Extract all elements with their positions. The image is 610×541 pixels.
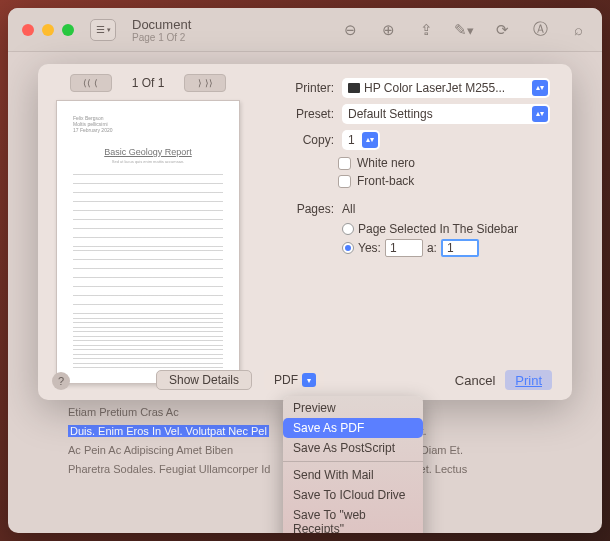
zoom-in-icon[interactable]: ⊕ <box>378 21 398 39</box>
bw-label: White nero <box>357 156 415 170</box>
zoom-out-icon[interactable]: ⊖ <box>340 21 360 39</box>
rotate-icon[interactable]: ⟳ <box>492 21 512 39</box>
menu-icloud[interactable]: Save To ICloud Drive <box>283 485 423 505</box>
highlight-icon[interactable]: ✎▾ <box>454 21 474 39</box>
page-navigator: ⟨⟨ ⟨ 1 Of 1 ⟩ ⟩⟩ <box>46 74 250 92</box>
menu-separator <box>283 461 423 462</box>
titlebar: ☰▾ Document Page 1 Of 2 ⊖ ⊕ ⇪ ✎▾ ⟳ Ⓐ ⌕ <box>8 8 602 52</box>
window-subtitle: Page 1 Of 2 <box>132 32 340 43</box>
printer-icon <box>348 83 360 93</box>
page-to-input[interactable]: 1 <box>441 239 479 257</box>
window-title: Document <box>132 17 340 32</box>
copies-stepper[interactable]: 1▴▾ <box>342 130 380 150</box>
close-icon[interactable] <box>22 24 34 36</box>
chevron-updown-icon: ▴▾ <box>532 80 548 96</box>
pages-range-label: Yes: <box>358 241 381 255</box>
app-window: ☰▾ Document Page 1 Of 2 ⊖ ⊕ ⇪ ✎▾ ⟳ Ⓐ ⌕ E… <box>8 8 602 533</box>
two-sided-label: Front-back <box>357 174 414 188</box>
first-page-button[interactable]: ⟨⟨ ⟨ <box>70 74 112 92</box>
thumb-body <box>73 174 223 369</box>
menu-send-mail[interactable]: Send With Mail <box>283 465 423 485</box>
help-button[interactable]: ? <box>52 372 70 390</box>
preset-select[interactable]: Default Settings▴▾ <box>342 104 550 124</box>
toolbar-icons: ⊖ ⊕ ⇪ ✎▾ ⟳ Ⓐ ⌕ <box>340 20 588 39</box>
share-icon[interactable]: ⇪ <box>416 21 436 39</box>
sidebar-toggle-button[interactable]: ☰▾ <box>90 19 116 41</box>
pdf-menu: Preview Save As PDF Save As PostScript S… <box>283 396 423 533</box>
two-sided-checkbox[interactable] <box>338 175 351 188</box>
bw-checkbox[interactable] <box>338 157 351 170</box>
pages-selected-radio[interactable] <box>342 223 354 235</box>
print-button[interactable]: Print <box>505 370 552 390</box>
thumb-title: Basic Geology Report <box>73 147 223 157</box>
preview-pane: ⟨⟨ ⟨ 1 Of 1 ⟩ ⟩⟩ Felix BergsonMoltis pel… <box>38 64 258 400</box>
search-icon[interactable]: ⌕ <box>568 21 588 38</box>
menu-save-ps[interactable]: Save As PostScript <box>283 438 423 458</box>
settings-pane: Printer: HP Color LaserJet M255...▴▾ Pre… <box>258 64 572 400</box>
printer-label: Printer: <box>264 81 334 95</box>
markup-icon[interactable]: Ⓐ <box>530 20 550 39</box>
cancel-button[interactable]: Cancel <box>445 370 505 390</box>
menu-web-receipts[interactable]: Save To "web Receipts" <box>283 505 423 533</box>
chevron-down-icon: ▾ <box>302 373 316 387</box>
print-dialog: ⟨⟨ ⟨ 1 Of 1 ⟩ ⟩⟩ Felix BergsonMoltis pel… <box>38 64 572 400</box>
thumb-subtitle: Sed ut lacus quis enim mattis accumsan. <box>73 159 223 164</box>
page-to-label: a: <box>427 241 437 255</box>
printer-select[interactable]: HP Color LaserJet M255...▴▾ <box>342 78 550 98</box>
minimize-icon[interactable] <box>42 24 54 36</box>
page-indicator: 1 Of 1 <box>132 76 165 90</box>
pages-all-label: All <box>342 202 355 216</box>
menu-save-pdf[interactable]: Save As PDF <box>283 418 423 438</box>
thumb-meta: Felix BergsonMoltis pellicsimi17 Februar… <box>73 115 223 133</box>
pages-selected-label: Page Selected In The Sidebar <box>358 222 518 236</box>
page-from-input[interactable]: 1 <box>385 239 423 257</box>
show-details-button[interactable]: Show Details <box>156 370 252 390</box>
page-thumbnail: Felix BergsonMoltis pellicsimi17 Februar… <box>56 100 240 384</box>
preset-label: Preset: <box>264 107 334 121</box>
last-page-button[interactable]: ⟩ ⟩⟩ <box>184 74 226 92</box>
zoom-icon[interactable] <box>62 24 74 36</box>
copies-label: Copy: <box>264 133 334 147</box>
pdf-dropdown[interactable]: PDF▾ <box>264 370 324 390</box>
menu-preview[interactable]: Preview <box>283 398 423 418</box>
pages-label: Pages: <box>264 202 334 216</box>
pages-range-radio[interactable] <box>342 242 354 254</box>
title-block: Document Page 1 Of 2 <box>132 17 340 43</box>
chevron-updown-icon: ▴▾ <box>532 106 548 122</box>
traffic-lights <box>22 24 74 36</box>
stepper-icon: ▴▾ <box>362 132 378 148</box>
